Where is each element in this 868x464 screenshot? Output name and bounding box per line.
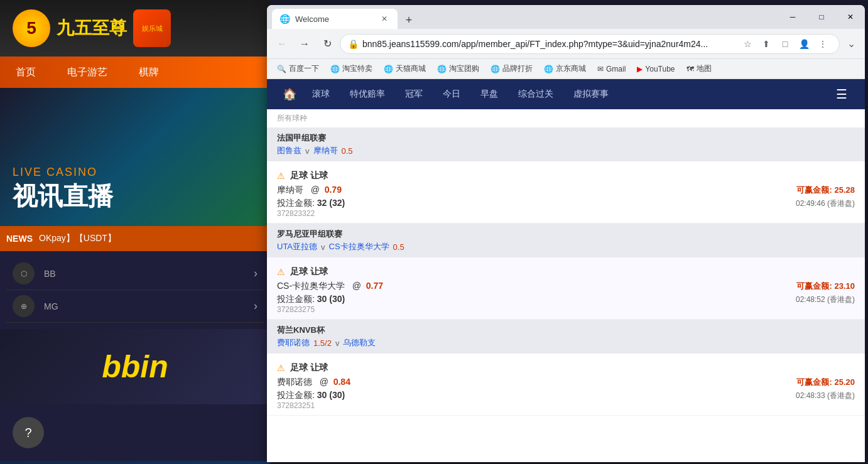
active-tab[interactable]: 🌐 Welcome ✕ [272, 9, 398, 29]
romania-bet-type-text: 足球 让球 [290, 266, 328, 278]
expand-button[interactable]: ⌄ [842, 35, 860, 53]
news-ticker: NEWS OKpay】【USDT】 [0, 226, 270, 251]
maps-label: 地图 [697, 63, 712, 74]
nav-parlay[interactable]: 综合过关 [508, 79, 563, 109]
netherlands-meta-row: 投注金额: 30 (30) 02:48:33 (香港盘) [277, 390, 855, 401]
logo-text: 九五至尊 [57, 16, 127, 40]
close-button[interactable]: ✕ [836, 5, 865, 29]
game-item-bb[interactable]: ⬡ BB › [6, 257, 264, 290]
nav-today[interactable]: 今日 [433, 79, 470, 109]
bookmark-taobao-group[interactable]: 🌐 淘宝团购 [432, 62, 484, 77]
netherlands-match: 荷兰KNVB杯 [277, 325, 855, 336]
france-id-row: 372823322 [277, 209, 855, 218]
minimize-button[interactable]: ─ [778, 5, 807, 29]
bookmark-gmail[interactable]: ✉ Gmail [592, 62, 631, 77]
nav-rolling[interactable]: 滚球 [302, 79, 340, 109]
casino-nav-electronic[interactable]: 电子游艺 [52, 66, 123, 79]
taobao-sale-favicon: 🌐 [330, 65, 340, 73]
address-bar[interactable]: 🔒 bnn85.jeans115599.com/app/member_api/F… [340, 34, 840, 54]
romania-bet-team: CS-卡拉奥华大学 @ 0.77 [277, 281, 383, 292]
france-time: 02:49:46 (香港盘) [796, 198, 855, 209]
netherlands-bet-type: ⚠ 足球 让球 [277, 359, 855, 375]
menu-icon[interactable]: ⋮ [814, 35, 832, 53]
france-detail-row: 摩纳哥 @ 0.79 可赢金额: 25.28 [277, 183, 855, 198]
tmall-label: 天猫商城 [396, 63, 426, 74]
logo-side: 娱乐城 [133, 9, 171, 47]
maximize-button[interactable]: □ [807, 5, 836, 29]
nav-bar: ← → ↻ 🔒 bnn85.jeans115599.com/app/member… [267, 29, 865, 59]
bbin-text: bbin [102, 348, 168, 385]
section-netherlands: 荷兰KNVB杯 费耶诺德 1.5/2 v 乌德勒支 ⚠ 足球 让球 [267, 320, 865, 416]
france-vs: v [305, 146, 310, 156]
section-france: 法国甲组联赛 图鲁兹 v 摩纳哥 0.5 ⚠ 足球 让球 [267, 127, 865, 224]
refresh-button[interactable]: ↻ [317, 34, 337, 54]
live-casino-subtitle: 视讯直播 [13, 179, 258, 213]
netherlands-id-row: 372823251 [277, 401, 855, 410]
netherlands-winnable: 可赢金额: 25.20 [796, 377, 855, 388]
netherlands-detail-row: 费耶诺德 @ 0.84 可赢金额: 25.20 [277, 375, 855, 390]
romania-winnable: 可赢金额: 23.10 [796, 281, 855, 292]
bookmark-baidu[interactable]: 🔍 百度一下 [272, 62, 324, 77]
tab-close-button[interactable]: ✕ [379, 13, 390, 24]
tmall-favicon: 🌐 [384, 65, 393, 73]
lock-icon: 🔒 [348, 39, 359, 49]
france-bet-row: ⚠ 足球 让球 摩纳哥 @ 0.79 可赢金额: 25.28 [267, 161, 865, 224]
help-button[interactable]: ? [13, 417, 44, 448]
casino-nav-chess[interactable]: 棋牌 [123, 66, 175, 79]
bookmark-maps[interactable]: 🗺 地图 [681, 62, 717, 77]
netherlands-bet-type-text: 足球 让球 [290, 362, 328, 374]
game-mg-label: MG [44, 301, 58, 311]
bookmark-star-icon[interactable]: ☆ [739, 35, 756, 53]
bookmark-jd[interactable]: 🌐 京东商城 [539, 62, 591, 77]
romania-warning-icon: ⚠ [277, 267, 285, 277]
site-content: 🏠 滚球 特优赔率 冠军 今日 早盘 综合过关 虚拟赛事 ☰ 所有球种 法国甲组… [267, 79, 865, 462]
netherlands-amount: 投注金额: 30 (30) [277, 390, 345, 401]
netherlands-warning-icon: ⚠ [277, 363, 285, 373]
share-icon[interactable]: ⬆ [757, 35, 775, 53]
tab-title: Welcome [295, 14, 374, 24]
brand-label: 品牌打折 [502, 63, 533, 74]
france-handicap: 0.5 [342, 146, 353, 156]
new-tab-button[interactable]: + [400, 11, 418, 29]
netherlands-team1: 费耶诺德 [277, 337, 310, 348]
france-bet-type-text: 足球 让球 [290, 170, 328, 181]
nav-virtual[interactable]: 虚拟赛事 [563, 79, 619, 109]
jd-favicon: 🌐 [544, 65, 553, 73]
game-item-mg[interactable]: ⊕ MG › [6, 290, 264, 323]
nav-special-odds[interactable]: 特优赔率 [340, 79, 395, 109]
france-header: 法国甲组联赛 图鲁兹 v 摩纳哥 0.5 [267, 127, 865, 161]
game-bb-label: BB [44, 269, 56, 279]
extensions-icon[interactable]: □ [776, 35, 794, 53]
france-id: 372823322 [277, 209, 315, 218]
romania-vs: v [321, 242, 325, 252]
bookmark-youtube[interactable]: ▶ YouTube [632, 62, 680, 77]
bookmark-taobao-sale[interactable]: 🌐 淘宝特卖 [325, 62, 377, 77]
content-area: 所有球种 法国甲组联赛 图鲁兹 v 摩纳哥 0.5 ⚠ [267, 109, 865, 416]
bookmark-brand[interactable]: 🌐 品牌打折 [486, 62, 538, 77]
section-romania: 罗马尼亚甲组联赛 UTA亚拉德 v CS卡拉奥华大学 0.5 ⚠ 足球 让球 [267, 224, 865, 320]
back-button[interactable]: ← [272, 34, 292, 54]
live-casino-title: LIVE CASINO [13, 166, 258, 179]
france-amount: 投注金额: 32 (32) [277, 198, 345, 209]
previous-label: 所有球种 [267, 109, 865, 127]
netherlands-handicap1: 1.5/2 [313, 338, 332, 348]
casino-nav: 首页 电子游艺 棋牌 [0, 57, 270, 88]
casino-nav-home[interactable]: 首页 [0, 66, 52, 79]
nav-champion[interactable]: 冠军 [395, 79, 433, 109]
hamburger-menu[interactable]: ☰ [828, 87, 855, 102]
bookmark-tmall[interactable]: 🌐 天猫商城 [379, 62, 431, 77]
netherlands-odds: 0.84 [334, 377, 350, 387]
romania-bet-row: ⚠ 足球 让球 CS-卡拉奥华大学 @ 0.77 可赢金额: 23.10 [267, 257, 865, 320]
tab-bar: 🌐 Welcome ✕ + [272, 5, 860, 29]
nav-early[interactable]: 早盘 [470, 79, 508, 109]
romania-handicap: 0.5 [393, 242, 404, 252]
tab-favicon: 🌐 [279, 14, 290, 24]
news-content: OKpay】【USDT】 [39, 233, 116, 244]
profile-icon[interactable]: 👤 [795, 35, 813, 53]
news-label: NEWS [6, 234, 33, 244]
home-nav-button[interactable]: 🏠 [277, 82, 302, 107]
casino-logo: 5 九五至尊 娱乐城 [13, 6, 188, 50]
forward-button[interactable]: → [295, 34, 315, 54]
window-controls: ─ □ ✕ [778, 5, 865, 29]
help-section: ? [0, 404, 270, 461]
